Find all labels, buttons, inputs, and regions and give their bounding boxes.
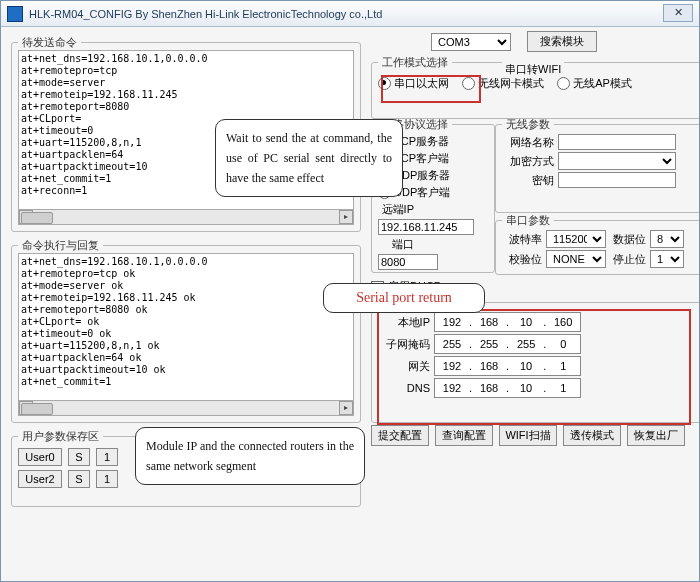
wifi-scan-button[interactable]: WIFI扫描 — [499, 425, 557, 446]
serial-legend: 串口参数 — [502, 213, 554, 228]
mode-ap-radio[interactable]: 无线AP模式 — [557, 76, 632, 91]
submit-button[interactable]: 提交配置 — [371, 425, 429, 446]
port-label: 端口 — [378, 237, 414, 252]
wifiparam-group: 无线参数 网络名称 加密方式 密钥 — [495, 117, 700, 213]
stop-label: 停止位 — [606, 252, 646, 267]
user0-button[interactable]: User0 — [18, 448, 62, 466]
query-button[interactable]: 查询配置 — [435, 425, 493, 446]
user3-button[interactable]: 1 — [96, 470, 118, 488]
ip-input[interactable]: ... — [434, 312, 581, 332]
response-legend: 命令执行与回复 — [18, 238, 103, 253]
data-label: 数据位 — [606, 232, 646, 247]
callout-3: Module IP and the connected routers in t… — [135, 427, 365, 485]
check-label: 校验位 — [502, 252, 542, 267]
stop-select[interactable]: 1 — [650, 250, 684, 268]
mask-label: 子网掩码 — [378, 337, 430, 352]
dns-label: DNS — [378, 382, 430, 394]
user0-s-button[interactable]: S — [68, 448, 90, 466]
titlebar: HLK-RM04_CONFIG By ShenZhen Hi-Link Elec… — [1, 1, 699, 27]
mode-legend: 工作模式选择 — [378, 55, 452, 70]
send-hscroll[interactable]: ◂▸ — [18, 210, 354, 225]
send-legend: 待发送命令 — [18, 35, 81, 50]
check-select[interactable]: NONE — [546, 250, 606, 268]
scroll-thumb[interactable] — [21, 403, 53, 415]
baud-label: 波特率 — [502, 232, 542, 247]
netparam-group: 网络参数 本地IP... 子网掩码... 网关... DNS... — [371, 295, 700, 423]
mode-group: 工作模式选择 串口转WIFI 串口以太网 无线网卡模式 无线AP模式 — [371, 55, 700, 119]
app-icon — [7, 6, 23, 22]
key-input[interactable] — [558, 172, 676, 188]
enc-label: 加密方式 — [502, 154, 554, 169]
user2-s-button[interactable]: S — [68, 470, 90, 488]
factory-reset-button[interactable]: 恢复出厂 — [627, 425, 685, 446]
userparam-legend: 用户参数保存区 — [18, 429, 103, 444]
wifiparam-legend: 无线参数 — [502, 117, 554, 132]
close-button[interactable]: ✕ — [663, 4, 693, 22]
gw-label: 网关 — [378, 359, 430, 374]
window: HLK-RM04_CONFIG By ShenZhen Hi-Link Elec… — [0, 0, 700, 582]
remoteip-label: 远端IP — [378, 202, 414, 217]
remoteip-input[interactable] — [378, 219, 474, 235]
ssid-label: 网络名称 — [502, 135, 554, 150]
data-select[interactable]: 8 — [650, 230, 684, 248]
window-title: HLK-RM04_CONFIG By ShenZhen Hi-Link Elec… — [29, 8, 382, 20]
bottom-buttons: 提交配置 查询配置 WIFI扫描 透传模式 恢复出厂 — [371, 425, 685, 446]
mode-sta-radio[interactable]: 无线网卡模式 — [462, 76, 544, 91]
ip-label: 本地IP — [378, 315, 430, 330]
response-group: 命令执行与回复 at+net_dns=192.168.10.1,0.0.0.0 … — [11, 238, 361, 423]
callout-2: Serial port return — [323, 283, 485, 313]
callout-1: Wait to send the at command, the use of … — [215, 119, 403, 197]
baud-select[interactable]: 115200 — [546, 230, 606, 248]
scroll-right-icon[interactable]: ▸ — [339, 210, 353, 224]
port-input[interactable] — [378, 254, 438, 270]
scroll-thumb[interactable] — [21, 212, 53, 224]
response-hscroll[interactable]: ◂▸ — [18, 401, 354, 416]
key-label: 密钥 — [502, 173, 554, 188]
response-textarea[interactable]: at+net_dns=192.168.10.1,0.0.0.0 at+remot… — [18, 253, 354, 401]
passthrough-button[interactable]: 透传模式 — [563, 425, 621, 446]
serial-group: 串口参数 波特率 115200 数据位 8 校验位 NONE 停止位 1 — [495, 213, 700, 275]
mask-input[interactable]: ... — [434, 334, 581, 354]
gw-input[interactable]: ... — [434, 356, 581, 376]
user2-button[interactable]: User2 — [18, 470, 62, 488]
enc-select[interactable] — [558, 152, 676, 170]
dns-input[interactable]: ... — [434, 378, 581, 398]
wifi-legend: 串口转WIFI — [502, 62, 564, 77]
ssid-input[interactable] — [558, 134, 676, 150]
user1-button[interactable]: 1 — [96, 448, 118, 466]
scroll-right-icon[interactable]: ▸ — [339, 401, 353, 415]
mode-ethernet-radio[interactable]: 串口以太网 — [378, 76, 449, 91]
